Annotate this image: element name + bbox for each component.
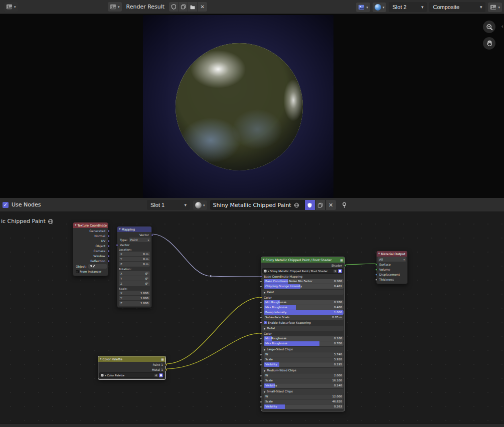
section-header[interactable]: ▾Metal xyxy=(262,326,344,331)
output-socket[interactable] xyxy=(107,255,110,257)
input-socket[interactable] xyxy=(260,363,262,366)
field[interactable]: Scale5.920 xyxy=(264,357,344,362)
axis-value-field[interactable]: Z1.000 xyxy=(119,301,150,306)
section-header[interactable]: ▾Large-Sized Chips xyxy=(262,347,344,352)
object-field[interactable] xyxy=(88,264,107,269)
collapse-caret-icon[interactable]: ▾ xyxy=(75,224,77,227)
reroute-node[interactable] xyxy=(209,275,212,277)
output-socket[interactable] xyxy=(344,264,347,267)
collapse-caret-icon[interactable]: ▾ xyxy=(119,228,121,231)
section-header[interactable]: ▾Medium-Sized Chips xyxy=(262,368,344,373)
axis-value-field[interactable]: X1.000 xyxy=(119,291,150,296)
users-count[interactable]: 3 xyxy=(333,270,337,273)
axis-value-field[interactable]: Z0° xyxy=(119,281,150,286)
collapse-caret-icon[interactable]: ▾ xyxy=(100,357,102,361)
node-material-output[interactable]: ▾ Material Output All ▾ SurfaceVolumeDis… xyxy=(376,251,408,284)
slider[interactable]: Min Roughness0.100 xyxy=(264,336,344,341)
output-socket[interactable] xyxy=(107,250,110,252)
slider[interactable]: Max Roughness0.700 xyxy=(264,341,344,346)
input-socket[interactable] xyxy=(260,285,262,288)
pan-button[interactable] xyxy=(483,37,495,50)
editor-type-button[interactable]: ▾ xyxy=(4,2,18,12)
input-socket[interactable] xyxy=(260,280,262,283)
input-socket[interactable] xyxy=(260,395,262,398)
input-socket[interactable] xyxy=(375,263,378,266)
node-header[interactable]: ▾ Mapping xyxy=(117,227,151,232)
input-socket[interactable] xyxy=(260,296,262,299)
render-slot-select[interactable]: Slot 2 ▾ xyxy=(389,2,427,12)
input-socket[interactable] xyxy=(260,301,262,304)
slider[interactable]: Visibility0.140 xyxy=(264,383,344,388)
node-header[interactable]: ▾ Texture Coordinate xyxy=(73,223,108,228)
checkbox-row[interactable]: ✓Enable Subsurface Scattering xyxy=(262,320,344,325)
axis-value-field[interactable]: X0° xyxy=(119,271,150,276)
slider[interactable]: Base Coordinate Noise Mix Factor0.300 xyxy=(264,279,344,284)
slider[interactable]: Bump Intensity1.000 xyxy=(264,310,344,315)
input-socket[interactable] xyxy=(260,374,262,377)
users-count[interactable]: 4 xyxy=(154,374,158,377)
output-socket[interactable] xyxy=(107,240,110,242)
use-nodes-toggle[interactable]: ✓ Use Nodes xyxy=(3,201,41,208)
node-group-datablock[interactable]: ▾Shiny Metallic Chipped Paint / Root Sha… xyxy=(262,268,344,274)
input-socket[interactable] xyxy=(260,332,262,335)
view-layer-button[interactable]: ▾ xyxy=(373,3,387,12)
field[interactable]: W5.740 xyxy=(264,352,344,357)
browse-image-button[interactable]: ▾ xyxy=(108,2,122,12)
field[interactable]: Scale46.820 xyxy=(264,399,344,404)
open-image-button[interactable] xyxy=(188,2,198,12)
slider[interactable]: Min Roughness0.200 xyxy=(264,300,344,305)
checkbox-checked-icon[interactable]: ✓ xyxy=(264,321,267,324)
node-header[interactable]: ▾ Color Palette ▦ xyxy=(98,356,165,362)
slider[interactable]: Visibility0.263 xyxy=(264,404,344,409)
type-select[interactable]: Point ▾ xyxy=(129,238,150,242)
input-socket[interactable] xyxy=(260,358,262,361)
node-color-palette[interactable]: ▾ Color Palette ▦ Paint 1Metal 1 ▾Color … xyxy=(98,356,166,380)
target-select[interactable]: All ▾ xyxy=(378,257,406,262)
output-socket[interactable] xyxy=(107,235,110,237)
input-socket[interactable] xyxy=(260,353,262,356)
section-header[interactable]: ▾Small-Sized Chips xyxy=(262,389,344,394)
display-channels-button[interactable]: ▾ xyxy=(488,3,502,12)
axis-value-field[interactable]: Y1.000 xyxy=(119,296,150,301)
section-header[interactable]: ▾Paint xyxy=(262,290,344,295)
input-socket[interactable] xyxy=(375,278,378,281)
duplicate-image-button[interactable] xyxy=(179,2,188,12)
output-socket[interactable] xyxy=(107,245,110,247)
material-slot-select[interactable]: Slot 1 ▾ xyxy=(147,200,190,210)
input-socket[interactable] xyxy=(260,405,262,408)
duplicate-material-button[interactable] xyxy=(315,200,325,210)
field[interactable]: Subsurface Scale0.05 m xyxy=(264,315,344,320)
input-socket[interactable] xyxy=(260,400,262,403)
render-pass-select[interactable]: Composite ▾ xyxy=(429,2,485,12)
zoom-button[interactable] xyxy=(483,21,495,33)
node-mapping[interactable]: ▾ Mapping Vector Type: Point ▾ Vector Lo… xyxy=(117,226,152,308)
slider[interactable]: Chipping Grunge Intensity0.461 xyxy=(264,284,344,289)
input-socket[interactable] xyxy=(260,337,262,340)
collapse-caret-icon[interactable]: ▾ xyxy=(378,252,380,256)
output-socket[interactable] xyxy=(165,363,167,366)
input-socket[interactable] xyxy=(375,273,378,276)
field[interactable]: W12.000 xyxy=(264,394,344,399)
axis-value-field[interactable]: X0 m xyxy=(119,252,150,257)
field[interactable]: W2.000 xyxy=(264,373,344,378)
from-instancer-row[interactable]: From Instancer xyxy=(74,269,107,274)
fake-user-button[interactable] xyxy=(169,2,179,12)
axis-value-field[interactable]: Y0° xyxy=(119,276,150,281)
node-root-shader-group[interactable]: ▾ Shiny Metallic Chipped Paint / Root Sh… xyxy=(261,257,345,411)
input-socket[interactable] xyxy=(260,311,262,314)
field[interactable]: Scale16.100 xyxy=(264,378,344,383)
browse-material-button[interactable]: ▾ xyxy=(193,200,207,210)
fake-user-shield-icon[interactable] xyxy=(338,269,342,273)
axis-value-field[interactable]: Z0 m xyxy=(119,262,150,267)
fake-user-shield-icon[interactable] xyxy=(159,373,163,377)
node-texture-coordinate[interactable]: ▾ Texture Coordinate GeneratedNormalUVOb… xyxy=(73,222,108,276)
shader-node-editor[interactable]: ic Chipped Paint ▾ Texture Coordinate Ge… xyxy=(0,212,504,423)
axis-value-field[interactable]: Y0 m xyxy=(119,257,150,262)
pin-material-button[interactable] xyxy=(341,202,348,208)
input-socket[interactable] xyxy=(260,342,262,345)
input-socket[interactable] xyxy=(260,275,262,278)
input-socket[interactable] xyxy=(260,379,262,382)
node-header[interactable]: ▾ Material Output xyxy=(377,251,407,257)
output-socket[interactable] xyxy=(107,260,110,262)
unlink-material-button[interactable]: ✕ xyxy=(325,200,336,210)
